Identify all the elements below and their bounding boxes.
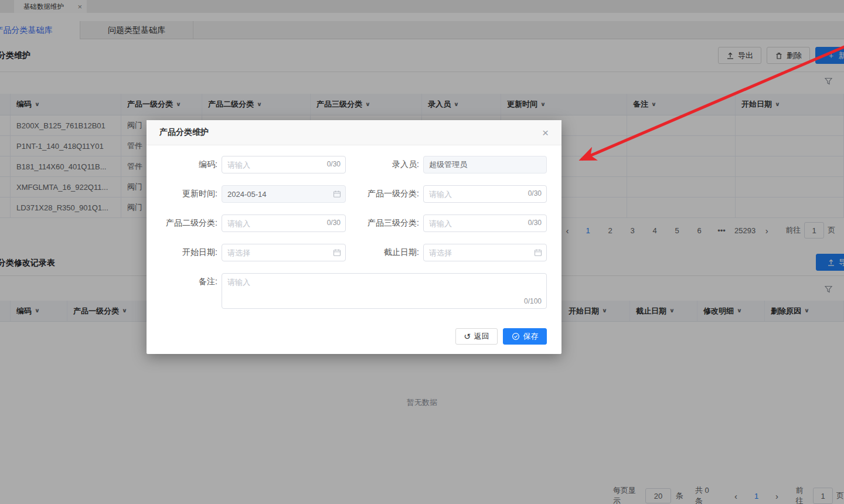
cat3-input[interactable] (423, 214, 547, 232)
dialog-body: 编码: 0/30 录入员: 更新时间: (147, 145, 561, 309)
remark-textarea[interactable] (222, 273, 547, 309)
cat1-label: 产品一级分类: (346, 189, 423, 199)
cat3-label: 产品三级分类: (346, 218, 423, 229)
cat2-label: 产品二级分类: (147, 218, 222, 229)
cat1-input[interactable] (423, 185, 547, 203)
dialog-title: 产品分类维护 (159, 127, 209, 138)
back-button[interactable]: ↺ 返回 (455, 328, 498, 345)
start-date-label: 开始日期: (147, 247, 222, 258)
save-label: 保存 (523, 331, 539, 342)
back-label: 返回 (474, 331, 489, 342)
start-date-input[interactable] (222, 244, 346, 261)
code-input[interactable] (222, 156, 346, 173)
product-category-dialog: 产品分类维护 × 编码: 0/30 录入员: 更新时间: (147, 120, 561, 354)
recorder-label: 录入员: (346, 159, 423, 170)
code-label: 编码: (147, 159, 222, 170)
cat2-input[interactable] (222, 214, 346, 232)
close-icon[interactable]: × (542, 127, 549, 138)
dialog-header: 产品分类维护 × (147, 120, 561, 145)
check-circle-icon (512, 332, 520, 340)
dialog-footer: ↺ 返回 保存 (455, 328, 547, 345)
back-icon: ↺ (464, 332, 471, 340)
recorder-input (423, 156, 547, 173)
save-button[interactable]: 保存 (503, 328, 547, 345)
update-time-label: 更新时间: (147, 189, 222, 199)
end-date-label: 截止日期: (346, 247, 423, 258)
remark-label: 备注: (147, 273, 222, 287)
end-date-input[interactable] (423, 244, 547, 261)
update-time-input (222, 185, 346, 203)
